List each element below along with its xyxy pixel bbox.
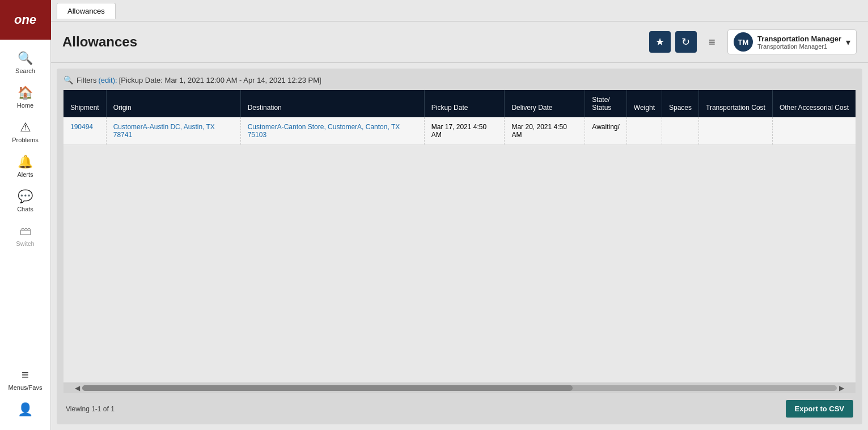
pickup-date-value: Mar 17, 2021 4:50 AM — [431, 123, 486, 139]
sidebar-item-menus-favs[interactable]: ≡ Menus/Favs — [0, 362, 50, 397]
menu-icon: ≡ — [22, 368, 29, 382]
cell-shipment: 190494 — [63, 117, 106, 145]
cell-spaces — [662, 117, 698, 145]
user-initials: TM — [738, 38, 749, 46]
table-footer: Viewing 1-1 of 1 Export to CSV — [63, 395, 856, 418]
shipment-link[interactable]: 190494 — [70, 123, 93, 131]
scrollbar-track[interactable] — [82, 385, 837, 391]
scroll-right-arrow[interactable]: ▶ — [837, 384, 846, 392]
col-other-accessorial-cost: Other Accessorial Cost — [772, 90, 856, 117]
header-actions: ★ ↻ ≡ TM Transportation Manager Transpor… — [649, 29, 857, 54]
col-destination: Destination — [240, 90, 424, 117]
export-csv-button[interactable]: Export to CSV — [786, 400, 853, 418]
menu-button[interactable]: ≡ — [701, 31, 723, 53]
sidebar-item-alerts[interactable]: 🔔 Alerts — [0, 149, 50, 184]
col-pickup-date: Pickup Date — [424, 90, 505, 117]
user-role: Transportation Manager1 — [757, 43, 841, 50]
bell-icon: 🔔 — [18, 155, 33, 169]
col-transportation-cost: Transportation Cost — [699, 90, 773, 117]
table-row: 190494 CustomerA-Austin DC, Austin, TX 7… — [63, 117, 856, 145]
tab-bar: Allowances — [51, 0, 868, 22]
app-logo: one — [0, 0, 51, 40]
content-area: 🔍 Filters (edit): [Pickup Date: Mar 1, 2… — [57, 69, 862, 424]
filters-edit[interactable]: (edit): — [98, 76, 117, 84]
refresh-button[interactable]: ↻ — [675, 31, 697, 53]
filter-icon: 🔍 — [63, 75, 73, 84]
page-title: Allowances — [62, 34, 649, 50]
favorite-button[interactable]: ★ — [649, 31, 671, 53]
refresh-icon: ↻ — [681, 36, 690, 48]
col-state-status: State/Status — [585, 90, 626, 117]
sidebar-label-alerts: Alerts — [17, 171, 33, 178]
col-spaces: Spaces — [662, 90, 698, 117]
sidebar-label-chats: Chats — [17, 206, 33, 212]
cell-state-status: Awaiting/ — [585, 117, 626, 145]
table-wrapper[interactable]: Shipment Origin Destination Pickup Date … — [63, 90, 856, 382]
page-header: Allowances ★ ↻ ≡ TM Transportation Manag… — [51, 22, 868, 63]
sidebar-label-problems: Problems — [12, 137, 38, 143]
origin-link[interactable]: CustomerA-Austin DC, Austin, TX 78741 — [113, 123, 215, 139]
destination-link[interactable]: CustomerA-Canton Store, CustomerA, Canto… — [248, 123, 400, 139]
tab-allowances-label: Allowances — [67, 7, 105, 15]
sidebar-item-search[interactable]: 🔍 Search — [0, 45, 50, 80]
sidebar-item-problems[interactable]: ⚠ Problems — [0, 114, 50, 149]
logo-text: one — [14, 12, 36, 27]
sidebar-label-home: Home — [17, 102, 33, 109]
col-delivery-date: Delivery Date — [505, 90, 585, 117]
sidebar-item-user-avatar[interactable]: 👤 — [0, 397, 50, 424]
delivery-date-value: Mar 20, 2021 4:50 AM — [511, 123, 566, 139]
col-shipment: Shipment — [63, 90, 106, 117]
sidebar-label-search: Search — [15, 67, 35, 74]
cell-weight — [626, 117, 662, 145]
user-badge[interactable]: TM Transportation Manager Transportation… — [727, 29, 857, 54]
cell-origin: CustomerA-Austin DC, Austin, TX 78741 — [106, 117, 240, 145]
filters-label: Filters — [77, 76, 96, 84]
cell-other-accessorial-cost — [772, 117, 856, 145]
allowances-table: Shipment Origin Destination Pickup Date … — [63, 90, 856, 145]
switch-icon: 🗃 — [19, 224, 32, 239]
sidebar-label-switch: Switch — [16, 240, 34, 247]
user-avatar-icon: 👤 — [18, 402, 33, 417]
warning-icon: ⚠ — [20, 120, 31, 135]
sidebar-item-switch: 🗃 Switch — [0, 218, 50, 253]
cell-transportation-cost — [699, 117, 773, 145]
chevron-down-icon: ▾ — [846, 37, 850, 48]
hamburger-icon: ≡ — [709, 36, 715, 49]
user-avatar: TM — [734, 32, 753, 52]
tab-allowances[interactable]: Allowances — [57, 3, 116, 19]
sidebar-bottom: ≡ Menus/Favs 👤 — [0, 362, 50, 430]
filters-value: [Pickup Date: Mar 1, 2021 12:00 AM - Apr… — [119, 76, 321, 84]
col-weight: Weight — [626, 90, 662, 117]
star-icon: ★ — [655, 36, 664, 48]
cell-delivery-date: Mar 20, 2021 4:50 AM — [505, 117, 585, 145]
user-name: Transportation Manager — [757, 35, 841, 43]
sidebar-item-chats[interactable]: 💬 Chats — [0, 184, 50, 218]
cell-pickup-date: Mar 17, 2021 4:50 AM — [424, 117, 505, 145]
col-origin: Origin — [106, 90, 240, 117]
filters-bar: 🔍 Filters (edit): [Pickup Date: Mar 1, 2… — [63, 75, 856, 84]
horizontal-scrollbar[interactable]: ◀ ▶ — [63, 383, 856, 393]
home-icon: 🏠 — [18, 86, 33, 100]
state-status-value: Awaiting/ — [592, 123, 619, 131]
table-header-row: Shipment Origin Destination Pickup Date … — [63, 90, 856, 117]
chat-icon: 💬 — [18, 189, 33, 204]
page-container: Allowances ★ ↻ ≡ TM Transportation Manag… — [51, 22, 868, 430]
main-content: Allowances Allowances ★ ↻ ≡ TM — [51, 0, 868, 430]
sidebar-label-menus: Menus/Favs — [9, 384, 43, 391]
cell-destination: CustomerA-Canton Store, CustomerA, Canto… — [240, 117, 424, 145]
viewing-text: Viewing 1-1 of 1 — [66, 405, 115, 413]
scrollbar-thumb[interactable] — [82, 385, 573, 391]
sidebar: one 🔍 Search 🏠 Home ⚠ Problems 🔔 Alerts … — [0, 0, 51, 430]
search-icon: 🔍 — [18, 51, 33, 66]
user-info: Transportation Manager Transportation Ma… — [757, 35, 841, 50]
scroll-left-arrow[interactable]: ◀ — [73, 384, 82, 392]
sidebar-item-home[interactable]: 🏠 Home — [0, 80, 50, 114]
